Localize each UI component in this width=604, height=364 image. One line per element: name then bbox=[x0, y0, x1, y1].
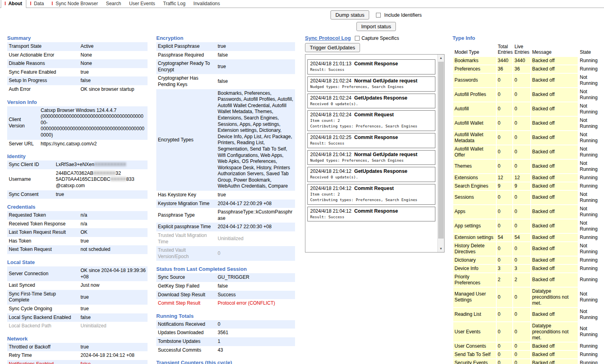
table-row: User Actionable Error None bbox=[7, 51, 148, 60]
log-entry-title-row: 2024/4/18 21:01:13Commit Response bbox=[310, 61, 433, 67]
sync-internals-page: About Data Sync Node Browser Search User… bbox=[0, 0, 604, 364]
type-info-table: Model Type Total Entries Live Entries Me… bbox=[453, 42, 602, 364]
row-label: Server Connection bbox=[7, 266, 79, 281]
capture-specifics-checkbox[interactable] bbox=[355, 36, 360, 41]
section-title-transient-counters: Transient Counters (this cycle) bbox=[156, 360, 295, 364]
include-identifiers-checkbox[interactable] bbox=[376, 13, 381, 18]
cell-state: Not Running bbox=[578, 160, 602, 173]
table-row: Cryptographer Ready To Encrypt true bbox=[156, 59, 295, 74]
row-value: false bbox=[79, 313, 148, 322]
tab[interactable]: Sync Node Browser bbox=[48, 0, 102, 8]
capture-specifics-label[interactable]: Capture Specifics bbox=[362, 35, 399, 41]
cell-model-type: Autofill Wallet Metadata bbox=[453, 131, 496, 145]
tab[interactable]: Invalidations bbox=[189, 0, 224, 8]
cell-total-entries: 0 bbox=[497, 322, 513, 342]
scroll-thumb[interactable] bbox=[438, 62, 444, 239]
log-entry: 2024/4/18 21:02:24Commit Request Item co… bbox=[307, 110, 435, 131]
row-value: true bbox=[54, 190, 148, 199]
trigger-getupdates-button[interactable]: Trigger GetUpdates bbox=[305, 43, 360, 52]
row-label: Requested Token bbox=[7, 211, 79, 220]
log-entry-time: 2024/4/18 21:01:13 bbox=[310, 61, 351, 67]
toolbar-row-1: Dump status Include Identifiers bbox=[148, 10, 604, 20]
protocol-log-controls: Trigger GetUpdates bbox=[305, 43, 445, 52]
cell-message: Backed off bbox=[531, 256, 578, 264]
tab[interactable]: Traffic Log bbox=[159, 0, 189, 8]
include-identifiers-label[interactable]: Include Identifiers bbox=[384, 12, 422, 18]
cell-live-entries: 9 bbox=[513, 182, 530, 190]
tab[interactable]: User Events bbox=[125, 0, 159, 8]
row-label: Cryptographer Ready To Encrypt bbox=[156, 59, 216, 74]
row-value: true bbox=[216, 42, 295, 51]
type-info-row: Priority Preferences 2 2 Backed off Runn… bbox=[453, 273, 602, 287]
section-title-last-session: Status from Last Completed Session bbox=[156, 266, 295, 272]
cell-state: Not Running bbox=[578, 308, 602, 321]
cell-state: Running bbox=[578, 273, 602, 287]
cell-state: Running bbox=[578, 57, 602, 65]
scroll-up-arrow[interactable]: ▲ bbox=[438, 55, 444, 61]
scrollbar[interactable]: ▲ ▼ bbox=[437, 55, 444, 252]
tab[interactable]: Search bbox=[102, 0, 125, 8]
log-entry-time: 2024/4/18 21:04:12 bbox=[310, 208, 351, 214]
cell-total-entries: 0 bbox=[497, 342, 513, 350]
table-row: Local Backend Path Uninitialized bbox=[7, 322, 148, 331]
cell-state: Running bbox=[578, 174, 602, 182]
cell-live-entries: 0 bbox=[513, 359, 530, 364]
cell-model-type: Bookmarks bbox=[453, 57, 496, 65]
cell-model-type: Autofill Wallet bbox=[453, 117, 496, 130]
cell-model-type: Search Engines bbox=[453, 182, 496, 190]
cell-message: Backed off bbox=[531, 57, 578, 65]
row-value: GU_TRIGGER bbox=[216, 273, 295, 282]
row-label: GetKey Step Failed bbox=[156, 282, 216, 291]
table-row: Tombstone Updates 1 bbox=[156, 337, 295, 346]
type-info-row: Bookmarks 3440 3440 Backed off Running bbox=[453, 57, 602, 65]
type-info-row: Device Info 3 3 Backed off Running bbox=[453, 265, 602, 272]
log-entry-title-row: 2024/4/18 21:04:12Normal GetUpdate reque… bbox=[310, 152, 433, 157]
credentials-table: Requested Token n/a Received Token Respo… bbox=[7, 211, 148, 254]
cell-state: Running bbox=[578, 182, 602, 190]
row-label: Trusted Vault Version/Epoch bbox=[156, 246, 216, 261]
row-label: Sync Client ID bbox=[7, 160, 54, 169]
table-row: Requested Token n/a bbox=[7, 211, 148, 220]
table-row: Sync First-Time Setup Complete true bbox=[7, 290, 148, 305]
table-row: Next Token Request not scheduled bbox=[7, 245, 148, 254]
cell-live-entries: 0 bbox=[513, 74, 530, 87]
cell-message: Backed off bbox=[531, 145, 578, 159]
tab[interactable]: Data bbox=[26, 0, 48, 8]
table-row: Last Token Request Result OK bbox=[7, 228, 148, 237]
cell-state: Not Running bbox=[578, 322, 602, 342]
section-title-running-totals: Running Totals bbox=[156, 313, 295, 319]
dump-status-button[interactable]: Dump status bbox=[331, 10, 369, 20]
table-row: Passphrase Type PassphraseType::kCustomP… bbox=[156, 208, 295, 223]
cell-total-entries: 0 bbox=[497, 102, 513, 116]
row-label: Explicit passphrase Time bbox=[156, 223, 216, 231]
section-title-encryption: Encryption bbox=[156, 35, 295, 41]
row-label: Disable Reasons bbox=[7, 59, 79, 68]
cell-live-entries: 0 bbox=[513, 205, 530, 219]
type-info-header: Model Type Total Entries Live Entries Me… bbox=[453, 43, 602, 56]
protocol-log-list[interactable]: 2024/4/18 21:01:13Commit Response Result… bbox=[305, 55, 437, 252]
cell-total-entries: 36 bbox=[497, 65, 513, 73]
tab-label: Invalidations bbox=[193, 1, 220, 6]
sync-protocol-log-heading[interactable]: Sync Protocol Log bbox=[305, 35, 351, 41]
row-label: Has Token bbox=[7, 237, 79, 246]
cell-message: Backed off bbox=[531, 131, 578, 145]
scroll-down-arrow[interactable]: ▼ bbox=[438, 245, 444, 252]
log-entry-details: Received 0 update(s). bbox=[310, 101, 433, 107]
cell-live-entries: 0 bbox=[513, 308, 530, 321]
tab[interactable]: About bbox=[1, 0, 26, 8]
type-info-row: Extensions 12 12 Backed off Running bbox=[453, 174, 602, 182]
cell-live-entries: 3 bbox=[513, 265, 530, 272]
import-status-button[interactable]: Import status bbox=[356, 22, 396, 31]
log-entry-details: Received 0 update(s). bbox=[310, 174, 433, 180]
table-row: Successful Commits 43 bbox=[156, 346, 295, 355]
cell-message: Backed off bbox=[531, 117, 578, 130]
row-value: OK since 2024-04-18 19:39:36 +08 bbox=[79, 266, 148, 281]
cell-total-entries: 0 bbox=[497, 117, 513, 130]
cell-live-entries: 2 bbox=[513, 273, 530, 287]
row-label: Passphrase Type bbox=[156, 208, 216, 223]
row-value: Just now bbox=[79, 281, 148, 290]
running-totals-table: Notifications Received 0 Updates Downloa… bbox=[156, 320, 295, 354]
cell-total-entries: 2 bbox=[497, 273, 513, 287]
cell-live-entries: 0 bbox=[513, 131, 530, 145]
row-label: Last Synced bbox=[7, 281, 79, 290]
